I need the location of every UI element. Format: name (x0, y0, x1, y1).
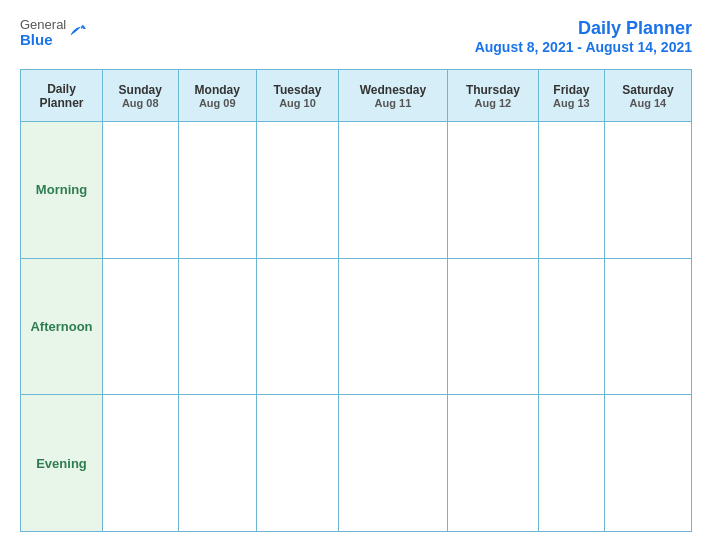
day-name-friday: Friday (543, 83, 600, 97)
col-thursday: Thursday Aug 12 (447, 70, 538, 122)
table-row-morning: Morning (21, 122, 692, 259)
header-planner: Planner (39, 96, 83, 110)
day-name-wednesday: Wednesday (343, 83, 443, 97)
cell-morning-sunday[interactable] (103, 122, 179, 259)
cell-morning-monday[interactable] (178, 122, 256, 259)
col-monday: Monday Aug 09 (178, 70, 256, 122)
cell-evening-wednesday[interactable] (338, 395, 447, 532)
logo-blue: Blue (20, 32, 66, 49)
row-label-afternoon: Afternoon (21, 258, 103, 395)
cell-morning-saturday[interactable] (604, 122, 691, 259)
date-range: August 8, 2021 - August 14, 2021 (475, 39, 692, 55)
logo-general: General (20, 18, 66, 32)
day-name-sunday: Sunday (107, 83, 174, 97)
day-date-tuesday: Aug 10 (261, 97, 334, 109)
cell-morning-wednesday[interactable] (338, 122, 447, 259)
table-row-evening: Evening (21, 395, 692, 532)
cell-afternoon-tuesday[interactable] (256, 258, 338, 395)
title-block: Daily Planner August 8, 2021 - August 14… (475, 18, 692, 55)
col-tuesday: Tuesday Aug 10 (256, 70, 338, 122)
day-name-saturday: Saturday (609, 83, 687, 97)
cell-evening-friday[interactable] (538, 395, 604, 532)
cell-evening-tuesday[interactable] (256, 395, 338, 532)
cell-morning-tuesday[interactable] (256, 122, 338, 259)
page-title: Daily Planner (475, 18, 692, 39)
cell-afternoon-thursday[interactable] (447, 258, 538, 395)
day-date-monday: Aug 09 (183, 97, 252, 109)
cell-morning-friday[interactable] (538, 122, 604, 259)
logo-bird-icon (66, 20, 88, 42)
col-wednesday: Wednesday Aug 11 (338, 70, 447, 122)
day-date-wednesday: Aug 11 (343, 97, 443, 109)
table-header-row: Daily Planner Sunday Aug 08 Monday Aug 0… (21, 70, 692, 122)
cell-afternoon-sunday[interactable] (103, 258, 179, 395)
day-name-thursday: Thursday (452, 83, 534, 97)
cell-afternoon-monday[interactable] (178, 258, 256, 395)
day-date-sunday: Aug 08 (107, 97, 174, 109)
cell-evening-thursday[interactable] (447, 395, 538, 532)
logo: General Blue (20, 18, 88, 49)
day-date-saturday: Aug 14 (609, 97, 687, 109)
table-row-afternoon: Afternoon (21, 258, 692, 395)
day-date-friday: Aug 13 (543, 97, 600, 109)
col-sunday: Sunday Aug 08 (103, 70, 179, 122)
cell-afternoon-friday[interactable] (538, 258, 604, 395)
col-friday: Friday Aug 13 (538, 70, 604, 122)
planner-table: Daily Planner Sunday Aug 08 Monday Aug 0… (20, 69, 692, 532)
day-name-monday: Monday (183, 83, 252, 97)
cell-evening-monday[interactable] (178, 395, 256, 532)
table-header-label: Daily Planner (21, 70, 103, 122)
cell-afternoon-wednesday[interactable] (338, 258, 447, 395)
header: General Blue Daily Planner August 8, 202… (20, 18, 692, 55)
cell-evening-sunday[interactable] (103, 395, 179, 532)
col-saturday: Saturday Aug 14 (604, 70, 691, 122)
header-daily: Daily (47, 82, 76, 96)
row-label-evening: Evening (21, 395, 103, 532)
cell-afternoon-saturday[interactable] (604, 258, 691, 395)
row-label-morning: Morning (21, 122, 103, 259)
day-name-tuesday: Tuesday (261, 83, 334, 97)
cell-morning-thursday[interactable] (447, 122, 538, 259)
cell-evening-saturday[interactable] (604, 395, 691, 532)
day-date-thursday: Aug 12 (452, 97, 534, 109)
